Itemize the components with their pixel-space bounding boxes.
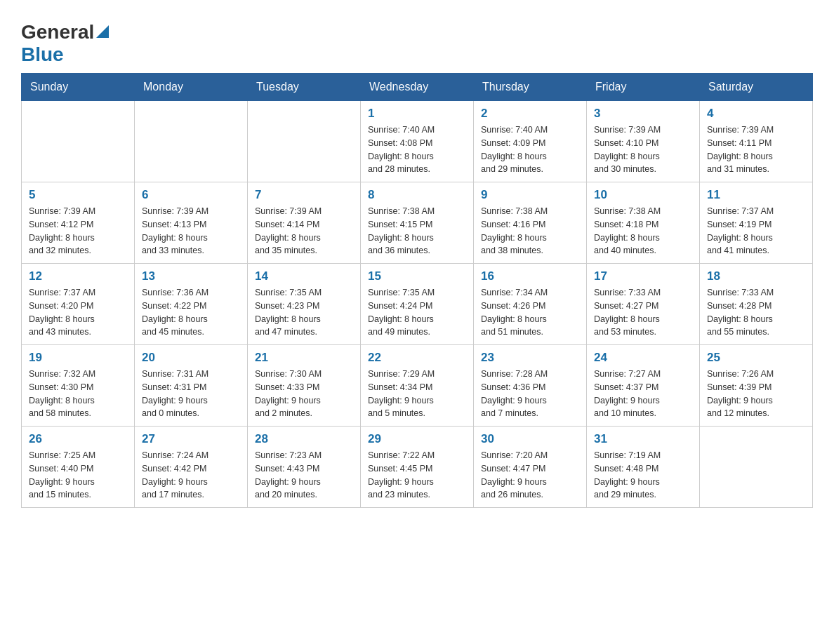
calendar-cell: 23Sunrise: 7:28 AM Sunset: 4:36 PM Dayli… <box>474 345 587 427</box>
page-header: General Blue <box>21 14 813 66</box>
calendar-cell: 4Sunrise: 7:39 AM Sunset: 4:11 PM Daylig… <box>700 101 813 182</box>
calendar-cell: 2Sunrise: 7:40 AM Sunset: 4:09 PM Daylig… <box>474 101 587 182</box>
calendar-cell: 29Sunrise: 7:22 AM Sunset: 4:45 PM Dayli… <box>361 427 474 508</box>
calendar-cell: 18Sunrise: 7:33 AM Sunset: 4:28 PM Dayli… <box>700 264 813 345</box>
calendar-cell: 27Sunrise: 7:24 AM Sunset: 4:42 PM Dayli… <box>135 427 248 508</box>
calendar-cell: 31Sunrise: 7:19 AM Sunset: 4:48 PM Dayli… <box>587 427 700 508</box>
calendar-cell: 8Sunrise: 7:38 AM Sunset: 4:15 PM Daylig… <box>361 182 474 264</box>
day-number: 25 <box>707 351 805 365</box>
day-number: 3 <box>594 107 692 121</box>
day-info: Sunrise: 7:39 AM Sunset: 4:13 PM Dayligh… <box>142 205 240 257</box>
day-number: 23 <box>481 351 579 365</box>
day-info: Sunrise: 7:33 AM Sunset: 4:27 PM Dayligh… <box>594 286 692 339</box>
day-info: Sunrise: 7:31 AM Sunset: 4:31 PM Dayligh… <box>142 368 240 420</box>
weekday-header-monday: Monday <box>135 74 248 101</box>
calendar-cell: 21Sunrise: 7:30 AM Sunset: 4:33 PM Dayli… <box>248 345 361 427</box>
day-number: 20 <box>142 351 240 365</box>
day-number: 30 <box>481 432 579 446</box>
day-info: Sunrise: 7:28 AM Sunset: 4:36 PM Dayligh… <box>481 368 579 420</box>
calendar-cell: 13Sunrise: 7:36 AM Sunset: 4:22 PM Dayli… <box>135 264 248 345</box>
calendar-week-row: 19Sunrise: 7:32 AM Sunset: 4:30 PM Dayli… <box>22 345 813 427</box>
day-number: 22 <box>368 351 466 365</box>
day-info: Sunrise: 7:37 AM Sunset: 4:20 PM Dayligh… <box>29 286 127 339</box>
day-info: Sunrise: 7:39 AM Sunset: 4:10 PM Dayligh… <box>594 123 692 176</box>
day-number: 11 <box>707 188 805 202</box>
calendar-cell: 19Sunrise: 7:32 AM Sunset: 4:30 PM Dayli… <box>22 345 135 427</box>
day-number: 14 <box>255 269 353 283</box>
day-number: 27 <box>142 432 240 446</box>
day-info: Sunrise: 7:35 AM Sunset: 4:23 PM Dayligh… <box>255 286 353 339</box>
calendar-cell: 3Sunrise: 7:39 AM Sunset: 4:10 PM Daylig… <box>587 101 700 182</box>
logo-triangle-icon <box>96 25 109 41</box>
day-info: Sunrise: 7:30 AM Sunset: 4:33 PM Dayligh… <box>255 368 353 420</box>
day-number: 19 <box>29 351 127 365</box>
weekday-header-sunday: Sunday <box>22 74 135 101</box>
day-info: Sunrise: 7:40 AM Sunset: 4:08 PM Dayligh… <box>368 123 466 176</box>
day-info: Sunrise: 7:38 AM Sunset: 4:18 PM Dayligh… <box>594 205 692 257</box>
day-info: Sunrise: 7:32 AM Sunset: 4:30 PM Dayligh… <box>29 368 127 420</box>
day-number: 10 <box>594 188 692 202</box>
day-number: 17 <box>594 269 692 283</box>
calendar-cell: 30Sunrise: 7:20 AM Sunset: 4:47 PM Dayli… <box>474 427 587 508</box>
day-number: 8 <box>368 188 466 202</box>
day-number: 2 <box>481 107 579 121</box>
day-info: Sunrise: 7:40 AM Sunset: 4:09 PM Dayligh… <box>481 123 579 176</box>
calendar-cell: 6Sunrise: 7:39 AM Sunset: 4:13 PM Daylig… <box>135 182 248 264</box>
svg-marker-0 <box>96 25 109 38</box>
day-info: Sunrise: 7:33 AM Sunset: 4:28 PM Dayligh… <box>707 286 805 339</box>
day-info: Sunrise: 7:37 AM Sunset: 4:19 PM Dayligh… <box>707 205 805 257</box>
day-number: 7 <box>255 188 353 202</box>
weekday-header-friday: Friday <box>587 74 700 101</box>
calendar-cell: 11Sunrise: 7:37 AM Sunset: 4:19 PM Dayli… <box>700 182 813 264</box>
day-info: Sunrise: 7:20 AM Sunset: 4:47 PM Dayligh… <box>481 449 579 502</box>
day-number: 6 <box>142 188 240 202</box>
calendar-cell: 14Sunrise: 7:35 AM Sunset: 4:23 PM Dayli… <box>248 264 361 345</box>
day-number: 4 <box>707 107 805 121</box>
day-info: Sunrise: 7:29 AM Sunset: 4:34 PM Dayligh… <box>368 368 466 420</box>
day-number: 26 <box>29 432 127 446</box>
day-number: 9 <box>481 188 579 202</box>
day-info: Sunrise: 7:39 AM Sunset: 4:12 PM Dayligh… <box>29 205 127 257</box>
calendar-cell <box>135 101 248 182</box>
day-info: Sunrise: 7:24 AM Sunset: 4:42 PM Dayligh… <box>142 449 240 502</box>
calendar-cell: 26Sunrise: 7:25 AM Sunset: 4:40 PM Dayli… <box>22 427 135 508</box>
calendar-cell: 17Sunrise: 7:33 AM Sunset: 4:27 PM Dayli… <box>587 264 700 345</box>
calendar-cell: 15Sunrise: 7:35 AM Sunset: 4:24 PM Dayli… <box>361 264 474 345</box>
day-info: Sunrise: 7:38 AM Sunset: 4:16 PM Dayligh… <box>481 205 579 257</box>
day-info: Sunrise: 7:25 AM Sunset: 4:40 PM Dayligh… <box>29 449 127 502</box>
day-info: Sunrise: 7:22 AM Sunset: 4:45 PM Dayligh… <box>368 449 466 502</box>
day-info: Sunrise: 7:35 AM Sunset: 4:24 PM Dayligh… <box>368 286 466 339</box>
calendar-week-row: 5Sunrise: 7:39 AM Sunset: 4:12 PM Daylig… <box>22 182 813 264</box>
calendar-cell: 20Sunrise: 7:31 AM Sunset: 4:31 PM Dayli… <box>135 345 248 427</box>
calendar-cell: 12Sunrise: 7:37 AM Sunset: 4:20 PM Dayli… <box>22 264 135 345</box>
weekday-header-row: SundayMondayTuesdayWednesdayThursdayFrid… <box>22 74 813 101</box>
weekday-header-thursday: Thursday <box>474 74 587 101</box>
calendar-cell: 22Sunrise: 7:29 AM Sunset: 4:34 PM Dayli… <box>361 345 474 427</box>
calendar-week-row: 26Sunrise: 7:25 AM Sunset: 4:40 PM Dayli… <box>22 427 813 508</box>
day-number: 15 <box>368 269 466 283</box>
calendar-week-row: 12Sunrise: 7:37 AM Sunset: 4:20 PM Dayli… <box>22 264 813 345</box>
calendar-cell: 16Sunrise: 7:34 AM Sunset: 4:26 PM Dayli… <box>474 264 587 345</box>
logo-general-text: General <box>21 21 94 43</box>
day-info: Sunrise: 7:38 AM Sunset: 4:15 PM Dayligh… <box>368 205 466 257</box>
calendar-cell: 5Sunrise: 7:39 AM Sunset: 4:12 PM Daylig… <box>22 182 135 264</box>
day-number: 16 <box>481 269 579 283</box>
day-info: Sunrise: 7:39 AM Sunset: 4:11 PM Dayligh… <box>707 123 805 176</box>
calendar-cell: 10Sunrise: 7:38 AM Sunset: 4:18 PM Dayli… <box>587 182 700 264</box>
calendar-cell <box>248 101 361 182</box>
day-info: Sunrise: 7:26 AM Sunset: 4:39 PM Dayligh… <box>707 368 805 420</box>
calendar-cell: 1Sunrise: 7:40 AM Sunset: 4:08 PM Daylig… <box>361 101 474 182</box>
calendar-cell: 28Sunrise: 7:23 AM Sunset: 4:43 PM Dayli… <box>248 427 361 508</box>
day-number: 31 <box>594 432 692 446</box>
day-number: 24 <box>594 351 692 365</box>
logo-blue-text: Blue <box>21 43 64 65</box>
day-info: Sunrise: 7:36 AM Sunset: 4:22 PM Dayligh… <box>142 286 240 339</box>
logo: General Blue <box>21 14 109 66</box>
day-number: 5 <box>29 188 127 202</box>
calendar-cell <box>700 427 813 508</box>
day-number: 21 <box>255 351 353 365</box>
weekday-header-wednesday: Wednesday <box>361 74 474 101</box>
day-number: 1 <box>368 107 466 121</box>
calendar-cell: 24Sunrise: 7:27 AM Sunset: 4:37 PM Dayli… <box>587 345 700 427</box>
day-info: Sunrise: 7:39 AM Sunset: 4:14 PM Dayligh… <box>255 205 353 257</box>
